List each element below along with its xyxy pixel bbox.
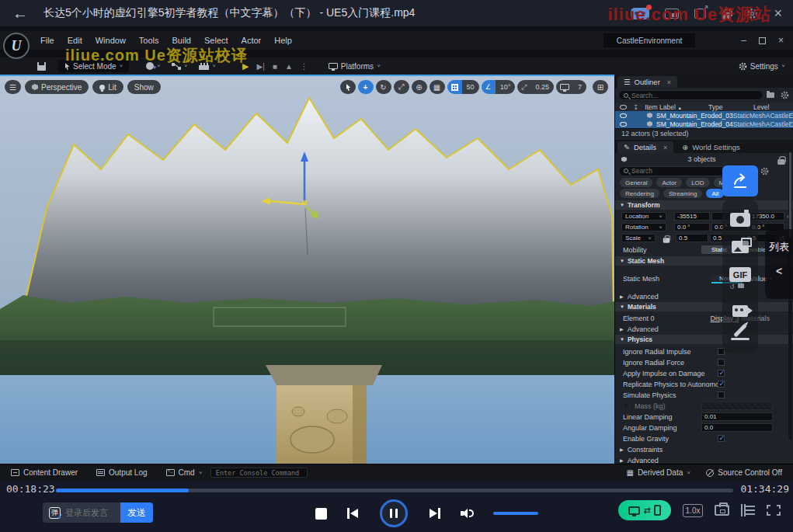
ue-close-icon[interactable]: × [778, 35, 784, 46]
images-button[interactable] [732, 241, 749, 253]
folder-icon[interactable] [767, 92, 774, 98]
share-button[interactable] [722, 165, 758, 196]
camera-speed-control[interactable]: 7 [556, 80, 586, 94]
eject-icon[interactable]: ▲ [285, 62, 293, 71]
angular-damping-field[interactable]: 0.0 [701, 423, 773, 432]
rotation-dropdown[interactable]: Rotation∨ [621, 223, 666, 231]
visibility-eye-icon[interactable] [620, 122, 627, 127]
cmd-dropdown[interactable]: Cmd∨ [166, 468, 203, 477]
tab-world-settings[interactable]: ⊕World Settings [676, 141, 746, 153]
close-tab-icon[interactable]: × [667, 78, 671, 86]
close-icon[interactable]: × [774, 5, 782, 22]
details-lock-icon[interactable] [777, 158, 785, 164]
details-search-input[interactable] [631, 167, 729, 175]
outliner-row[interactable]: SM_Mountain_Eroded_03 StaticMeshA Castle… [615, 111, 793, 120]
stop-icon[interactable]: ■ [273, 62, 277, 71]
visibility-eye-icon[interactable] [620, 113, 627, 118]
move-tool-button[interactable]: + [358, 80, 374, 94]
scale-lock-icon[interactable] [663, 238, 670, 242]
menu-edit[interactable]: Edit [68, 36, 82, 45]
menu-help[interactable]: Help [274, 36, 292, 45]
chip-actor[interactable]: Actor [656, 178, 682, 187]
checkbox-checked[interactable] [718, 435, 725, 442]
rotation-snap-control[interactable]: ∠ 10° [482, 80, 516, 94]
progress-bar[interactable] [56, 489, 733, 492]
advanced-collapsed[interactable]: ▶Advanced [615, 325, 793, 333]
platforms-dropdown[interactable]: Platforms∨ [329, 62, 381, 71]
outliner-search-input[interactable] [631, 92, 758, 99]
tab-outliner[interactable]: ☰Outliner× [617, 76, 677, 88]
linear-damping-field[interactable]: 0.01 [701, 412, 773, 421]
column-type[interactable]: Type [708, 103, 753, 111]
tab-details[interactable]: ✎Details× [617, 141, 673, 153]
location-dropdown[interactable]: Location∨ [621, 212, 666, 221]
perspective-dropdown[interactable]: Perspective [25, 80, 89, 94]
pip-icon[interactable] [665, 9, 679, 19]
cast-button[interactable]: ⇄ [618, 500, 671, 520]
output-log-button[interactable]: Output Log [96, 468, 147, 477]
pause-button[interactable] [380, 499, 408, 527]
checkbox[interactable] [718, 391, 725, 398]
section-physics[interactable]: ▼Physics [615, 335, 793, 344]
chip-all[interactable]: All [706, 189, 724, 198]
settings-icon[interactable] [746, 8, 758, 19]
playback-speed-button[interactable]: 1.0x [683, 504, 703, 517]
send-button[interactable]: 发送 [120, 502, 153, 523]
ue-restore-icon[interactable] [759, 37, 766, 44]
constraints-collapsed[interactable]: ▶Constraints [615, 445, 793, 454]
volume-icon[interactable] [461, 507, 473, 520]
screenshot-camera-button[interactable] [730, 213, 750, 227]
grid-snap-control[interactable]: 50 [447, 80, 479, 94]
menu-actor[interactable]: Actor [242, 36, 262, 45]
previous-button[interactable] [347, 508, 360, 519]
checkbox[interactable] [718, 359, 725, 366]
menu-select[interactable]: Select [204, 36, 228, 45]
back-button[interactable]: ← [12, 5, 28, 23]
scale-snap-control[interactable]: ⤢ 0.25 [517, 80, 554, 94]
scale-x-field[interactable]: 0.5 [676, 234, 708, 242]
surface-snap-button[interactable]: ▦ [430, 80, 445, 94]
skip-frame-icon[interactable]: ▶| [257, 62, 265, 71]
stop-button[interactable] [315, 508, 327, 520]
column-item-label[interactable]: Item Label ▲ [645, 103, 708, 111]
video-frame[interactable]: U File Edit Window Tools Build Select Ac… [0, 26, 793, 481]
location-x-field[interactable]: -35515 [674, 212, 710, 221]
chip-general[interactable]: General [620, 178, 652, 187]
gif-button[interactable]: GIF ↺ [729, 267, 751, 290]
record-video-button[interactable] [732, 305, 748, 317]
menu-file[interactable]: File [40, 36, 54, 45]
toolbox-button[interactable] [715, 505, 729, 516]
rotate-tool-button[interactable]: ↻ [376, 80, 391, 94]
gif-option-icons[interactable]: ↺ [729, 283, 751, 290]
eye-column-icon[interactable] [620, 105, 627, 110]
chip-streaming[interactable]: Streaming [663, 189, 702, 198]
viewport-menu-button[interactable]: ☰ [5, 80, 21, 94]
save-button[interactable] [37, 62, 46, 71]
lit-dropdown[interactable]: Lit [92, 80, 123, 94]
settings-sliders-button[interactable] [741, 505, 755, 516]
section-transform[interactable]: ▼Transform [615, 200, 793, 210]
ue-viewport[interactable]: ☰ Perspective Lit Show + ↻ ⤢ ⊕ ▦ 50 ∠ 10… [0, 75, 614, 464]
section-materials[interactable]: ▼Materials [615, 302, 793, 311]
chip-lod[interactable]: LOD [686, 178, 709, 187]
ue-settings-dropdown[interactable]: Settings∨ [739, 62, 785, 71]
close-tab-icon[interactable]: × [663, 144, 667, 151]
rotation-x-field[interactable]: 0.0 ° [674, 223, 710, 231]
danmaku-input-wrap[interactable]: 弹 [43, 502, 120, 523]
checkbox-checked[interactable] [718, 370, 725, 377]
select-tool-button[interactable] [340, 80, 356, 94]
draw-button[interactable] [731, 331, 750, 340]
details-settings-icon[interactable] [760, 167, 769, 176]
popout-icon[interactable] [694, 9, 706, 19]
pin-column-icon[interactable]: ↧ [633, 103, 638, 111]
console-command-input[interactable] [210, 468, 308, 478]
source-control-button[interactable]: Source Control Off [706, 468, 782, 477]
content-drawer-button[interactable]: Content Drawer [11, 468, 78, 477]
world-space-button[interactable]: ⊕ [412, 80, 427, 94]
menu-tools[interactable]: Tools [139, 36, 159, 45]
mass-override-checkbox[interactable] [623, 402, 630, 409]
maximize-viewport-button[interactable]: ⊞ [593, 80, 608, 94]
mass-field[interactable] [701, 402, 773, 410]
outliner-row[interactable]: SM_Mountain_Eroded_04 StaticMeshA Castle… [615, 120, 793, 128]
menu-build[interactable]: Build [172, 36, 191, 45]
